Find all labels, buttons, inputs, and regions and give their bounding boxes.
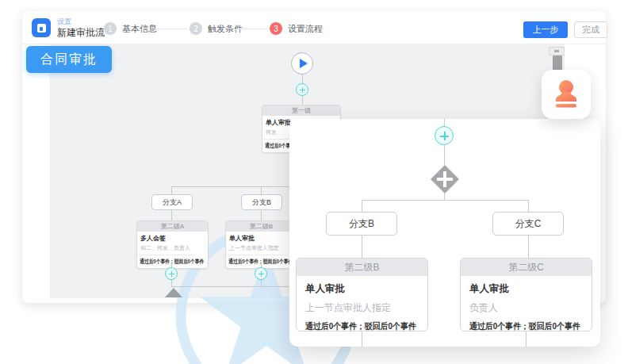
step-1-badge: 1 bbox=[104, 22, 117, 35]
connector-line bbox=[261, 186, 262, 194]
assignee: 和二、何发、负责人 bbox=[137, 244, 208, 255]
approval-type: 单人审批 bbox=[305, 282, 419, 296]
connector-line bbox=[171, 286, 290, 287]
connector-line bbox=[261, 210, 262, 220]
approver-node-card-level2b[interactable]: 第二级B 单人审批 上一节点审批人指定 通过后0个事件；驳回后0个事件 bbox=[296, 258, 428, 331]
step-3-badge: 3 bbox=[270, 22, 282, 35]
flow-name-badge: 合同审批 bbox=[26, 46, 112, 73]
connector-line bbox=[528, 236, 529, 258]
step-set-process[interactable]: 3 设置流程 bbox=[270, 22, 323, 35]
branch-node-c[interactable]: 分支C bbox=[492, 212, 564, 236]
step-2-badge: 2 bbox=[190, 22, 202, 35]
connector-line bbox=[528, 200, 529, 212]
events-summary: 通过后0个事件；驳回后0个事件 bbox=[305, 320, 408, 331]
branch-node-a[interactable]: 分支A bbox=[151, 194, 193, 210]
node-card-header: 第二级C bbox=[461, 259, 592, 276]
minimap-button[interactable] bbox=[549, 47, 565, 56]
node-card-header: 第一级 bbox=[262, 105, 340, 116]
approver-node-card-level2c[interactable]: 第二级C 单人审批 负责人 通过后0个事件；驳回后0个事件 bbox=[460, 258, 592, 331]
connector-line bbox=[444, 193, 445, 200]
connector-line bbox=[444, 119, 445, 126]
document-icon bbox=[37, 24, 46, 33]
add-node-button[interactable] bbox=[435, 126, 454, 145]
prev-step-button[interactable]: 上一步 bbox=[523, 21, 568, 38]
events-summary: 通过后0个事件；驳回后0个事件 bbox=[137, 255, 195, 268]
assignee: 负责人 bbox=[469, 301, 583, 315]
add-node-button[interactable] bbox=[255, 267, 267, 280]
window-header: 设置 新建审批流 1 基本信息 2 触发条件 3 设置流程 上一步 完成 bbox=[22, 11, 606, 44]
node-card-header: 第二级A bbox=[137, 221, 208, 232]
app-icon bbox=[32, 18, 51, 37]
assignee: 上一节点审批人指定 bbox=[226, 244, 297, 255]
step-trigger-condition[interactable]: 2 触发条件 bbox=[190, 22, 243, 35]
connector-line bbox=[362, 200, 362, 212]
add-node-button[interactable] bbox=[165, 267, 178, 280]
approval-type: 多人会签 bbox=[137, 232, 208, 244]
connector-line bbox=[171, 186, 290, 187]
branch-a-label: 分支A bbox=[163, 197, 182, 208]
events-summary: 通过后0个事件；驳回后0个事件 bbox=[469, 320, 572, 331]
approval-type: 单人审批 bbox=[469, 282, 583, 296]
connector-line bbox=[526, 331, 527, 347]
assignee: 上一节点审批人指定 bbox=[305, 301, 419, 315]
approver-node-card-level2a[interactable]: 第二级A 多人会签 和二、何发、负责人 通过后0个事件；驳回后0个事件 bbox=[136, 220, 209, 269]
events-summary: 通过后0个事件；驳回后0个事件 bbox=[226, 255, 284, 268]
condition-node[interactable] bbox=[431, 165, 459, 193]
connector-line bbox=[362, 200, 528, 201]
connector-line bbox=[444, 145, 445, 165]
play-icon bbox=[300, 59, 308, 68]
connector-line bbox=[362, 236, 362, 258]
add-node-button[interactable] bbox=[296, 83, 308, 96]
node-card-header: 第二级B bbox=[297, 259, 427, 276]
branch-b-label: 分支B bbox=[349, 217, 374, 231]
connector-line bbox=[171, 280, 172, 286]
stamp-icon bbox=[553, 79, 580, 109]
connector-line bbox=[171, 262, 172, 267]
branch-node-b[interactable]: 分支B bbox=[326, 212, 397, 236]
step-basic-info[interactable]: 1 基本信息 bbox=[104, 22, 157, 35]
branch-node-b[interactable]: 分支B bbox=[241, 194, 282, 210]
connector-line bbox=[261, 262, 262, 267]
connector-line bbox=[171, 210, 172, 220]
start-node[interactable] bbox=[291, 52, 313, 75]
node-card-header: 第二级B bbox=[226, 221, 297, 232]
stamp-card[interactable] bbox=[542, 70, 591, 119]
step-3-label: 设置流程 bbox=[288, 23, 323, 35]
detail-popover: 分支B 分支C 第二级B 单人审批 上一节点审批人指定 通过后0个事件；驳回后0… bbox=[289, 119, 600, 347]
page-title: 新建审批流 bbox=[57, 26, 105, 40]
approval-type: 单人审批 bbox=[226, 232, 297, 244]
connector-line bbox=[261, 280, 262, 286]
branch-c-label: 分支C bbox=[515, 217, 542, 231]
merge-end-marker bbox=[165, 288, 182, 297]
step-connector bbox=[151, 29, 187, 29]
step-connector bbox=[236, 29, 269, 29]
finish-button[interactable]: 完成 bbox=[574, 21, 607, 38]
connector-line bbox=[362, 331, 362, 347]
branch-b-label: 分支B bbox=[252, 197, 271, 208]
connector-line bbox=[171, 186, 172, 194]
